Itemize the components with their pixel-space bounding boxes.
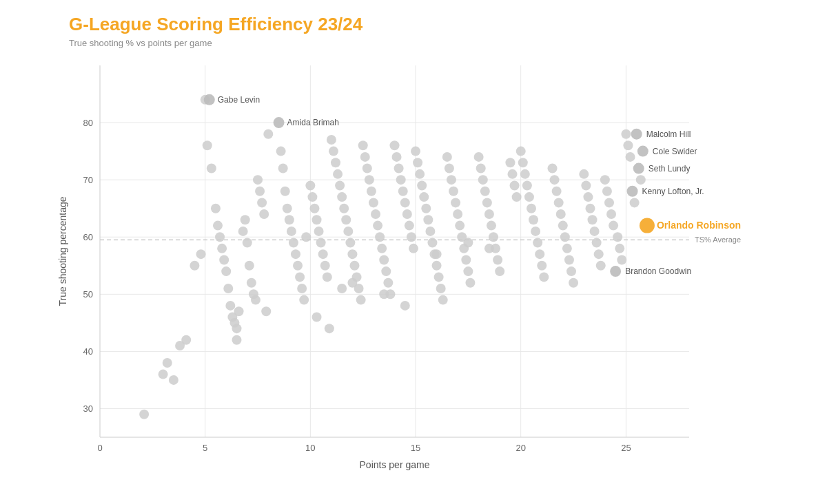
svg-point-116 [396, 175, 406, 185]
svg-point-119 [402, 209, 412, 219]
svg-text:5: 5 [203, 443, 207, 453]
svg-point-32 [163, 358, 172, 368]
svg-text:Seth Lundy: Seth Lundy [649, 164, 691, 174]
svg-point-159 [495, 266, 504, 276]
svg-point-92 [343, 227, 353, 236]
svg-text:Amida Brimah: Amida Brimah [287, 118, 339, 127]
svg-point-36 [203, 140, 212, 150]
svg-point-50 [238, 227, 248, 236]
svg-point-123 [411, 147, 420, 156]
svg-point-203 [617, 255, 626, 264]
svg-point-181 [558, 221, 568, 231]
svg-point-147 [463, 266, 473, 276]
svg-point-135 [436, 284, 446, 293]
svg-point-104 [369, 198, 378, 207]
svg-point-207 [630, 198, 640, 207]
svg-point-101 [363, 164, 372, 174]
svg-point-49 [234, 306, 244, 316]
svg-point-178 [552, 187, 562, 196]
svg-point-57 [253, 175, 263, 185]
svg-point-151 [478, 175, 488, 185]
svg-point-190 [585, 204, 595, 213]
svg-point-48 [232, 324, 241, 333]
svg-point-89 [337, 192, 347, 202]
svg-point-43 [221, 266, 231, 276]
svg-point-199 [606, 209, 616, 219]
svg-point-79 [316, 238, 326, 248]
svg-text:Gabe Levin: Gabe Levin [218, 95, 260, 105]
svg-point-161 [508, 169, 518, 179]
svg-point-143 [455, 221, 464, 231]
svg-point-209 [159, 370, 168, 379]
svg-point-193 [592, 238, 602, 248]
svg-point-196 [600, 175, 610, 185]
svg-point-60 [259, 209, 269, 219]
svg-point-141 [451, 198, 460, 207]
svg-point-197 [602, 187, 612, 196]
svg-point-45 [225, 301, 235, 311]
svg-point-233 [627, 186, 638, 197]
svg-point-149 [474, 152, 484, 162]
svg-point-165 [518, 158, 528, 167]
svg-point-237 [610, 266, 621, 277]
svg-point-134 [434, 272, 444, 282]
svg-point-80 [318, 249, 328, 259]
svg-point-146 [461, 255, 471, 264]
svg-point-163 [512, 192, 522, 202]
svg-text:Kenny Lofton, Jr.: Kenny Lofton, Jr. [642, 187, 704, 196]
svg-point-205 [623, 140, 633, 150]
svg-point-127 [419, 192, 429, 202]
svg-point-220 [432, 249, 442, 259]
svg-point-115 [394, 164, 404, 174]
svg-point-113 [390, 140, 400, 150]
svg-text:15: 15 [411, 443, 420, 453]
svg-point-138 [445, 164, 454, 174]
svg-point-154 [484, 209, 494, 219]
svg-point-68 [289, 238, 298, 248]
svg-point-211 [190, 261, 199, 271]
svg-point-71 [295, 272, 305, 282]
svg-point-217 [347, 278, 357, 288]
svg-text:30: 30 [83, 403, 93, 414]
svg-point-94 [347, 249, 357, 259]
svg-point-129 [423, 215, 433, 224]
svg-point-175 [539, 272, 549, 282]
svg-point-168 [524, 192, 534, 202]
svg-point-184 [564, 255, 574, 264]
svg-point-63 [278, 164, 288, 174]
svg-point-188 [581, 180, 591, 190]
svg-point-40 [215, 232, 225, 242]
svg-point-186 [569, 278, 578, 288]
svg-point-103 [367, 187, 376, 196]
svg-point-111 [383, 278, 393, 288]
svg-point-208 [636, 175, 646, 185]
svg-point-41 [217, 244, 227, 253]
svg-point-114 [392, 152, 402, 162]
svg-point-204 [621, 129, 631, 139]
svg-point-235 [640, 218, 655, 233]
svg-point-216 [337, 284, 347, 293]
chart-container: G-League Scoring Efficiency 23/24 True s… [0, 0, 827, 504]
svg-point-150 [476, 164, 486, 174]
svg-text:TS% Average: TS% Average [695, 235, 741, 244]
svg-point-179 [554, 198, 564, 207]
svg-point-162 [510, 180, 520, 190]
svg-point-117 [398, 187, 408, 196]
svg-point-87 [333, 169, 343, 179]
svg-point-172 [533, 238, 542, 248]
svg-point-108 [377, 244, 387, 253]
svg-point-170 [529, 215, 538, 224]
svg-point-105 [371, 209, 380, 219]
svg-point-126 [417, 180, 427, 190]
svg-text:40: 40 [83, 346, 93, 357]
svg-point-124 [413, 158, 422, 167]
svg-point-160 [505, 158, 515, 167]
svg-point-231 [633, 163, 644, 174]
svg-text:0: 0 [97, 443, 102, 453]
chart-title: G-League Scoring Efficiency 23/24 [69, 14, 799, 35]
svg-point-139 [447, 175, 456, 185]
svg-point-84 [327, 135, 336, 145]
svg-point-93 [345, 238, 355, 248]
svg-point-180 [556, 209, 566, 219]
svg-text:True shooting percentage: True shooting percentage [57, 196, 68, 306]
